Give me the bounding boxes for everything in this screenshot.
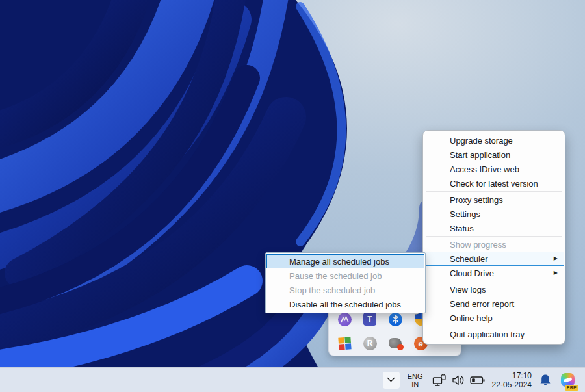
tray-context-menu: Upgrade storage Start application Access… <box>422 130 566 345</box>
menu-separator <box>426 191 562 192</box>
bluetooth-icon[interactable] <box>387 311 403 327</box>
clock-time: 17:10 <box>492 371 532 380</box>
chevron-down-icon <box>387 377 395 383</box>
submenu-item-disable-all-the-scheduled-jobs[interactable]: Disable all the scheduled jobs <box>266 297 424 311</box>
language-indicator[interactable]: ENG IN <box>408 372 423 388</box>
menu-separator <box>426 281 562 281</box>
network-ethernet-icon <box>432 374 447 387</box>
system-status-icons[interactable] <box>432 374 485 387</box>
ai-app-icon[interactable] <box>337 311 352 327</box>
submenu-arrow-icon: ▶ <box>554 267 558 280</box>
notifications-bell-button[interactable] <box>540 374 551 387</box>
menu-item-settings[interactable]: Settings <box>424 207 564 221</box>
menu-item-check-for-latest-version[interactable]: Check for latest version <box>424 176 564 190</box>
menu-item-proxy-settings[interactable]: Proxy settings <box>424 192 564 207</box>
menu-item-show-progress[interactable]: Show progress <box>424 237 564 252</box>
r-app-icon[interactable]: R <box>362 335 378 351</box>
submenu-item-pause-the-scheduled-job[interactable]: Pause the scheduled job <box>266 268 424 283</box>
language-line1: ENG <box>408 372 423 380</box>
menu-item-status[interactable]: Status <box>424 221 564 235</box>
menu-item-online-help[interactable]: Online help <box>424 311 564 325</box>
taskbar: ENG IN 17:10 22-05-2024 <box>0 367 585 392</box>
show-hidden-icons-button[interactable] <box>383 372 400 389</box>
copilot-pre-badge: PRE <box>565 385 578 391</box>
antivirus-grid-icon[interactable] <box>337 335 352 351</box>
taskbar-clock[interactable]: 17:10 22-05-2024 <box>492 371 532 389</box>
clock-date: 22-05-2024 <box>492 380 532 389</box>
menu-item-upgrade-storage[interactable]: Upgrade storage <box>424 133 564 148</box>
submenu-item-stop-the-scheduled-job[interactable]: Stop the scheduled job <box>266 283 424 297</box>
menu-item-send-error-report[interactable]: Send error report <box>424 296 564 311</box>
bell-icon <box>540 374 551 387</box>
menu-item-quit-application-tray[interactable]: Quit application tray <box>424 327 564 341</box>
device-notification-icon[interactable] <box>387 335 403 351</box>
menu-separator <box>426 236 562 237</box>
volume-icon <box>452 374 465 386</box>
language-line2: IN <box>408 380 423 388</box>
scheduler-submenu: Manage all scheduled jobs Pause the sche… <box>265 252 426 313</box>
teams-icon[interactable]: T <box>362 311 378 327</box>
submenu-arrow-icon: ▶ <box>554 252 558 265</box>
menu-item-start-application[interactable]: Start application <box>424 148 564 162</box>
battery-icon <box>470 376 485 385</box>
copilot-button[interactable]: PRE <box>559 372 576 389</box>
menu-item-access-idrive-web[interactable]: Access IDrive web <box>424 162 564 176</box>
menu-item-cloud-drive[interactable]: Cloud Drive ▶ <box>424 266 564 280</box>
menu-separator <box>426 326 562 326</box>
menu-item-scheduler[interactable]: Scheduler ▶ <box>424 252 564 266</box>
submenu-item-manage-all-scheduled-jobs[interactable]: Manage all scheduled jobs <box>266 254 424 268</box>
menu-item-view-logs[interactable]: View logs <box>424 282 564 296</box>
